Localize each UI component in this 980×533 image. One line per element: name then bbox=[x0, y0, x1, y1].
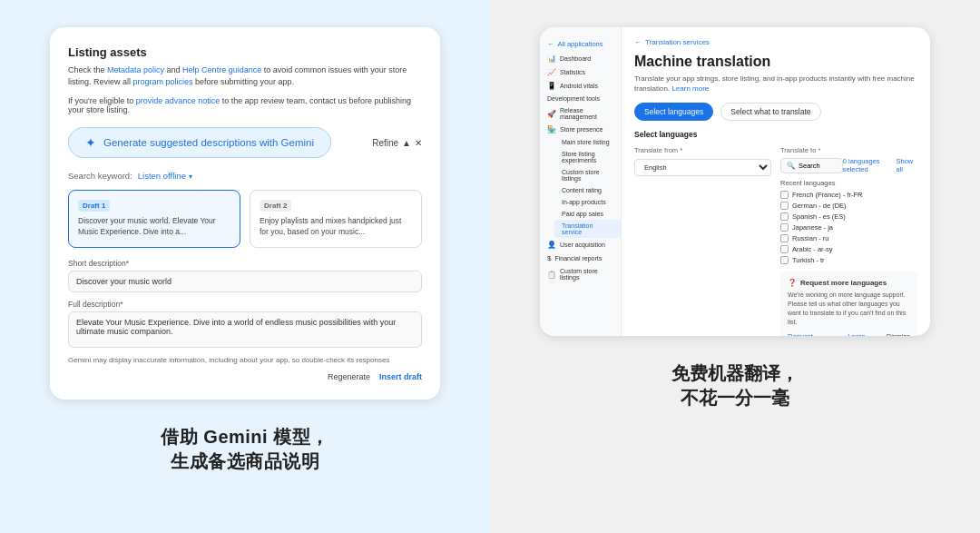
regenerate-button[interactable]: Regenerate bbox=[328, 372, 370, 381]
draft-1-text: Discover your music world. Elevate Your … bbox=[78, 216, 230, 238]
draft-2-text: Enjoy playlists and mixes handpicked jus… bbox=[260, 216, 412, 238]
sidebar-item-translation[interactable]: Translation service bbox=[554, 220, 621, 238]
lang-checkbox-japanese[interactable] bbox=[780, 223, 789, 232]
sidebar-item-release[interactable]: 🚀 Release management bbox=[540, 104, 621, 123]
breadcrumb-icon: ← bbox=[634, 38, 642, 46]
lang-checkbox-arabic[interactable] bbox=[780, 245, 789, 253]
sidebar-item-android-vitals[interactable]: 📱 Android vitals bbox=[540, 79, 621, 93]
search-box[interactable]: 🔍 Search bbox=[780, 158, 843, 173]
tabs: Select languages Select what to translat… bbox=[634, 103, 917, 121]
dismiss-link[interactable]: Dismiss bbox=[887, 332, 910, 336]
learn-more-link[interactable]: Learn more bbox=[671, 84, 709, 93]
lang-item-spanish: Spanish - es (ES) bbox=[780, 212, 917, 221]
sidebar-item-statistics[interactable]: 📈 Statistics bbox=[540, 65, 621, 79]
rc-main-content: ← Translation services Machine translati… bbox=[622, 27, 930, 336]
sidebar-item-dashboard[interactable]: 📊 Dashboard bbox=[540, 52, 621, 65]
more-langs-actions: Request languages Learn more Dismiss bbox=[788, 332, 910, 336]
dashboard-icon: 📊 bbox=[547, 54, 556, 63]
insert-draft-button[interactable]: Insert draft bbox=[379, 372, 422, 381]
breadcrumb: ← Translation services bbox=[634, 38, 917, 46]
learn-more-link-2[interactable]: Learn more bbox=[848, 332, 879, 336]
short-desc-field: Short description* Discover your music w… bbox=[68, 259, 422, 292]
sidebar-item-store-presence[interactable]: 🏪 Store presence bbox=[540, 123, 621, 136]
search-row: 🔍 Search 0 languages selected Show all bbox=[780, 157, 917, 173]
left-caption-line1: 借助 Gemini 模型， bbox=[161, 425, 328, 449]
gemini-button[interactable]: ✦ Generate suggested descriptions with G… bbox=[68, 127, 331, 158]
sidebar-item-in-app[interactable]: In-app products bbox=[554, 196, 621, 208]
release-icon: 🚀 bbox=[547, 110, 556, 118]
page-desc: Translate your app strings, store listin… bbox=[634, 74, 917, 94]
sidebar-item-dev-tools[interactable]: Development tools bbox=[540, 93, 621, 104]
select-languages-section-title: Select languages bbox=[634, 130, 917, 139]
sidebar-item-content-rating[interactable]: Content rating bbox=[554, 184, 621, 196]
right-caption-line1: 免费机器翻译， bbox=[671, 361, 799, 386]
translate-to-col: Translate to * 🔍 Search 0 languages sele… bbox=[780, 146, 917, 336]
user-icon: 👤 bbox=[547, 241, 556, 249]
lang-checkbox-russian[interactable] bbox=[780, 234, 789, 242]
custom-icon: 📋 bbox=[547, 271, 556, 279]
draft-2-card[interactable]: Draft 2 Enjoy playlists and mixes handpi… bbox=[250, 190, 422, 248]
gemini-button-label: Generate suggested descriptions with Gem… bbox=[103, 137, 314, 148]
drafts-row: Draft 1 Discover your music world. Eleva… bbox=[68, 190, 422, 248]
sidebar-back[interactable]: ← All applications bbox=[540, 36, 621, 52]
lang-item-russian: Russian - ru bbox=[780, 234, 917, 242]
sidebar-item-main-store[interactable]: Main store listing bbox=[554, 136, 621, 148]
refine-button[interactable]: Refine ▲ ✕ bbox=[372, 138, 422, 148]
lang-item-arabic: Arabic - ar-sy bbox=[780, 245, 917, 253]
refine-label: Refine bbox=[372, 138, 398, 148]
refine-chevron-icon: ▲ bbox=[402, 138, 411, 148]
short-desc-label: Short description* bbox=[68, 259, 422, 268]
lang-checkbox-spanish[interactable] bbox=[780, 212, 789, 221]
full-desc-value[interactable]: Elevate Your Music Experience. Dive into… bbox=[68, 311, 422, 348]
page-title: Machine translation bbox=[634, 54, 917, 70]
tab-select-languages[interactable]: Select languages bbox=[634, 103, 713, 121]
request-langs-link[interactable]: Request languages bbox=[788, 332, 840, 336]
show-all-link[interactable]: Show all bbox=[896, 157, 917, 173]
sidebar-sub-items: Main store listing Store listing experim… bbox=[540, 136, 621, 238]
action-row: Regenerate Insert draft bbox=[68, 372, 422, 381]
left-card: Listing assets Check the Metadata policy… bbox=[50, 27, 440, 400]
search-icon: 🔍 bbox=[787, 162, 795, 170]
full-desc-field: Full description* Elevate Your Music Exp… bbox=[68, 300, 422, 348]
language-list: French (France) - fr-FR German - de (DE)… bbox=[780, 191, 917, 264]
full-desc-label: Full description* bbox=[68, 300, 422, 309]
sidebar: ← All applications 📊 Dashboard 📈 Statist… bbox=[540, 27, 622, 336]
search-keyword-row: Search keyword: Listen offline ▾ bbox=[68, 171, 422, 181]
sidebar-item-paid[interactable]: Paid app sales bbox=[554, 208, 621, 220]
search-keyword-label: Search keyword: bbox=[68, 171, 132, 181]
sidebar-item-experiments[interactable]: Store listing experiments bbox=[554, 148, 621, 166]
back-icon: ← bbox=[547, 40, 554, 48]
dropdown-icon[interactable]: ▾ bbox=[189, 173, 192, 181]
android-icon: 📱 bbox=[547, 82, 556, 90]
lang-item-japanese: Japanese - ja bbox=[780, 223, 917, 232]
lang-checkbox-turkish[interactable] bbox=[780, 256, 789, 264]
card-notice: If you're eligible to provide advance no… bbox=[68, 96, 422, 114]
draft-2-label: Draft 2 bbox=[260, 200, 291, 212]
draft-1-card[interactable]: Draft 1 Discover your music world. Eleva… bbox=[68, 190, 240, 248]
lang-item-german: German - de (DE) bbox=[780, 202, 917, 210]
translate-from-col: Translate from * English bbox=[634, 146, 771, 336]
lang-item-turkish: Turkish - tr bbox=[780, 256, 917, 264]
sidebar-item-financial[interactable]: $ Financial reports bbox=[540, 252, 621, 265]
right-card: ← All applications 📊 Dashboard 📈 Statist… bbox=[540, 27, 930, 336]
close-icon[interactable]: ✕ bbox=[415, 138, 422, 148]
translate-from-select[interactable]: English bbox=[634, 159, 771, 176]
draft-1-label: Draft 1 bbox=[78, 200, 110, 212]
short-desc-value[interactable]: Discover your music world bbox=[68, 271, 422, 292]
sidebar-item-custom-store[interactable]: Custom store listings bbox=[554, 166, 621, 184]
sidebar-item-user-acq[interactable]: 👤 User acquisition bbox=[540, 238, 621, 252]
search-placeholder: Search bbox=[799, 162, 820, 170]
main-container: Listing assets Check the Metadata policy… bbox=[0, 0, 980, 533]
translate-to-label: Translate to * bbox=[780, 146, 917, 154]
search-keyword-value: Listen offline ▾ bbox=[138, 171, 192, 181]
lang-checkbox-german[interactable] bbox=[780, 202, 789, 210]
gemini-disclaimer: Gemini may display inaccurate informatio… bbox=[68, 355, 422, 365]
lang-item-french: French (France) - fr-FR bbox=[780, 191, 917, 199]
lang-checkbox-french[interactable] bbox=[780, 191, 789, 199]
tab-select-what[interactable]: Select what to translate bbox=[720, 103, 820, 121]
card-subtitle: Check the Metadata policy and Help Centr… bbox=[68, 64, 422, 87]
sidebar-item-custom-listings[interactable]: 📋 Custom store listings bbox=[540, 265, 621, 283]
gemini-icon: ✦ bbox=[85, 135, 96, 150]
more-langs-desc: We're working on more language support. … bbox=[788, 291, 910, 326]
left-panel: Listing assets Check the Metadata policy… bbox=[0, 0, 490, 533]
